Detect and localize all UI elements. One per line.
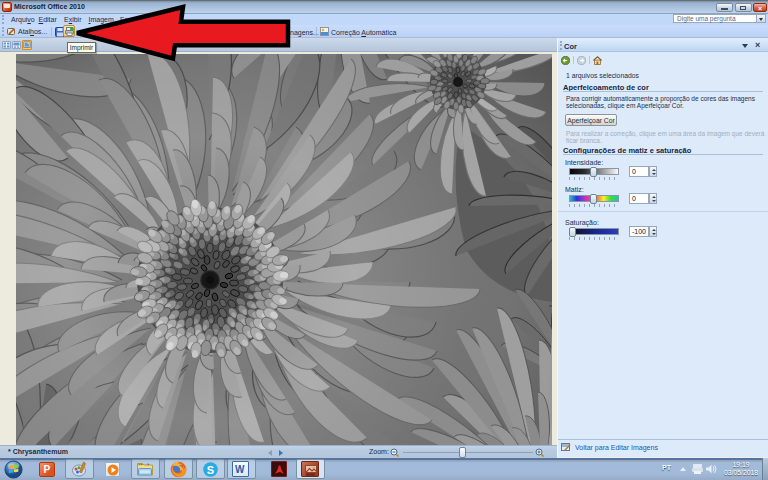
- svg-text:S: S: [207, 464, 214, 476]
